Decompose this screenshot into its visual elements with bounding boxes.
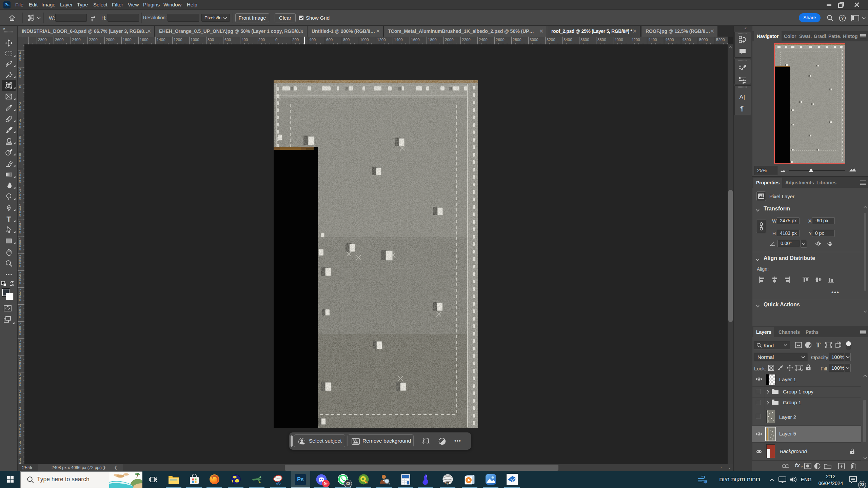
svg-text:T: T <box>6 215 11 223</box>
svg-text:Pro: Pro <box>445 482 449 484</box>
svg-text:?: ? <box>841 16 844 21</box>
